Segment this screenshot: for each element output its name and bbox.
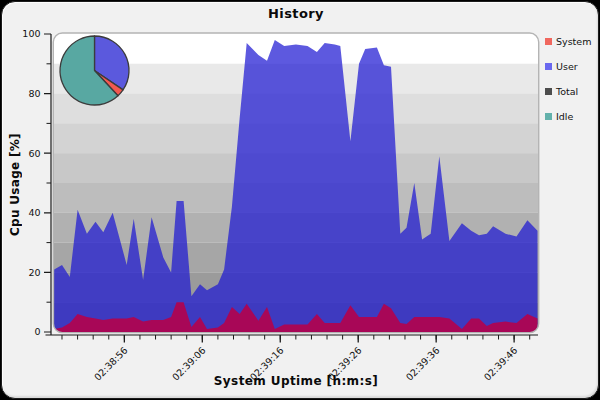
y-tick-label: 80: [28, 88, 40, 99]
idle-swatch-icon: [545, 113, 552, 120]
cpu-history-chart: 02040608010002:38:5602:39:0602:39:1602:3…: [2, 2, 599, 399]
user-swatch-icon: [545, 63, 552, 70]
y-tick-label: 60: [28, 148, 40, 159]
legend-item-total: Total: [545, 79, 599, 104]
legend-item-system: System: [545, 29, 599, 54]
legend-item-label: User: [556, 61, 578, 72]
legend: System User Total Idle: [545, 29, 599, 129]
y-tick-label: 20: [28, 267, 40, 278]
legend-item-label: Idle: [556, 111, 573, 122]
legend-item-label: Total: [556, 86, 578, 97]
legend-item-label: System: [556, 36, 591, 47]
y-tick-label: 0: [34, 326, 40, 337]
y-tick-label: 100: [22, 28, 40, 39]
total-swatch-icon: [545, 88, 552, 95]
pie-chart: [60, 36, 129, 105]
legend-item-user: User: [545, 54, 599, 79]
legend-item-idle: Idle: [545, 104, 599, 129]
y-axis-title: Cpu Usage [%]: [8, 122, 24, 247]
monitor-window: History 02040608010002:38:5602:39:0602:3…: [1, 1, 599, 399]
x-axis-title: System Uptime [h:m:s]: [54, 374, 538, 388]
y-tick-label: 40: [28, 207, 40, 218]
system-swatch-icon: [545, 38, 552, 45]
